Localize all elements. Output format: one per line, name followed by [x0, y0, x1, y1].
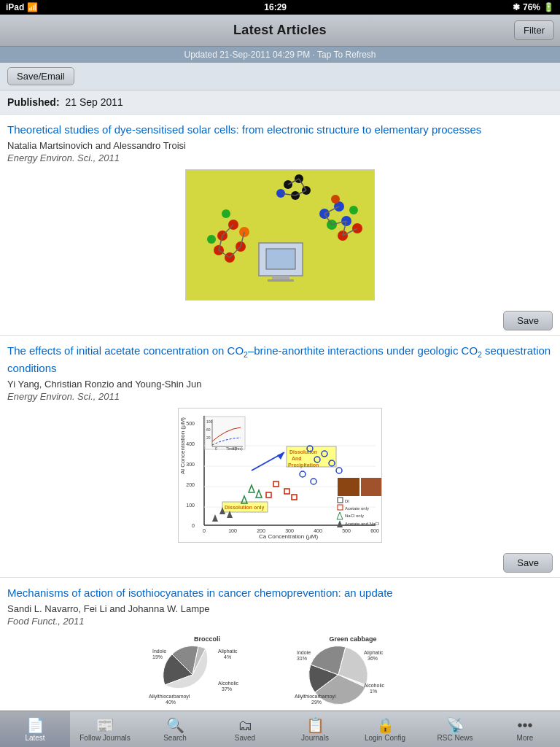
svg-text:Precipitation: Precipitation — [288, 462, 319, 468]
broccoli-chart: Broccoli Indole 19% — [145, 632, 269, 713]
svg-text:0: 0 — [203, 528, 206, 533]
svg-text:Aliphatic: Aliphatic — [218, 649, 238, 654]
article-1-save-button[interactable]: Save — [503, 311, 553, 330]
svg-text:Al Concentration (μM): Al Concentration (μM) — [179, 417, 186, 473]
update-bar[interactable]: Updated 21-Sep-2011 04:29 PM · Tap To Re… — [0, 47, 560, 63]
svg-text:400: 400 — [186, 441, 195, 446]
article-1-title[interactable]: Theoretical studies of dye-sensitised so… — [7, 122, 553, 137]
svg-text:400: 400 — [314, 528, 322, 533]
svg-text:And: And — [292, 456, 302, 461]
tab-latest-label: Latest — [25, 734, 44, 742]
published-label: Published: — [7, 96, 60, 108]
svg-point-24 — [349, 206, 358, 214]
svg-rect-88 — [361, 478, 382, 496]
article-2-title[interactable]: The effects of initial acetate concentra… — [7, 343, 553, 376]
svg-text:31%: 31% — [297, 656, 307, 661]
journals-icon: 📋 — [306, 718, 324, 732]
svg-text:Indole: Indole — [297, 650, 311, 655]
svg-rect-79 — [292, 495, 297, 500]
article-2-image: Al Concentration (μM) Ca Concentration (… — [178, 408, 382, 543]
svg-rect-87 — [338, 478, 359, 496]
tab-login-config-label: Login Config — [365, 734, 405, 742]
tab-saved-label: Saved — [235, 734, 255, 742]
tab-search[interactable]: 🔍 Search — [140, 711, 210, 747]
svg-text:200: 200 — [257, 528, 265, 533]
svg-text:500: 500 — [186, 421, 195, 426]
svg-rect-2 — [266, 249, 295, 269]
svg-rect-78 — [266, 492, 271, 498]
svg-text:Allylthiocarbamoyl: Allylthiocarbamoyl — [295, 694, 336, 700]
svg-text:0: 0 — [215, 446, 217, 451]
article-3-authors: Sandi L. Navarro, Fei Li and Johanna W. … — [7, 603, 553, 614]
svg-text:500: 500 — [342, 528, 351, 533]
bluetooth-icon: ✱ — [513, 2, 520, 12]
save-email-button[interactable]: Save/Email — [7, 67, 74, 85]
follow-journals-icon: 📰 — [96, 718, 114, 732]
tab-rsc-news[interactable]: 📡 RSC News — [420, 711, 490, 747]
svg-text:DI: DI — [345, 499, 349, 503]
svg-text:Broccoli: Broccoli — [194, 635, 220, 643]
svg-point-12 — [222, 209, 230, 218]
tab-more[interactable]: ••• More — [490, 711, 560, 747]
svg-rect-76 — [273, 481, 279, 487]
article-2-journal: Energy Environ. Sci., 2011 — [7, 391, 553, 402]
svg-text:37%: 37% — [222, 686, 232, 692]
article-3-charts: Broccoli Indole 19% — [7, 632, 553, 713]
status-bar: iPad 📶 16:29 ✱ 76% 🔋 — [0, 0, 560, 15]
article-1-image-container — [7, 169, 553, 301]
svg-text:300: 300 — [285, 528, 294, 533]
tab-journals[interactable]: 📋 Journals — [280, 711, 350, 747]
svg-text:19%: 19% — [152, 654, 163, 659]
wifi-icon: 📶 — [27, 2, 38, 12]
article-3: Mechanisms of action of isothiocyanates … — [0, 578, 560, 719]
svg-marker-95 — [337, 520, 343, 527]
svg-marker-81 — [256, 490, 262, 498]
article-1-save-row: Save — [7, 306, 553, 335]
page-title: Latest Articles — [233, 23, 327, 38]
svg-text:20: 20 — [206, 436, 211, 440]
article-2-save-button[interactable]: Save — [503, 553, 553, 573]
header: Latest Articles Filter — [0, 15, 560, 47]
tab-rsc-news-label: RSC News — [438, 734, 473, 742]
svg-text:40%: 40% — [166, 700, 176, 705]
tab-latest[interactable]: 📄 Latest — [0, 711, 70, 747]
svg-marker-62 — [277, 452, 284, 460]
tab-more-label: More — [517, 734, 534, 742]
search-icon: 🔍 — [166, 718, 184, 732]
article-2: The effects of initial acetate concentra… — [0, 336, 560, 578]
svg-marker-93 — [337, 512, 343, 519]
svg-rect-77 — [284, 489, 289, 494]
svg-text:1%: 1% — [370, 689, 377, 694]
svg-marker-86 — [212, 514, 218, 522]
svg-rect-4 — [268, 279, 294, 282]
tab-search-label: Search — [163, 734, 187, 742]
svg-text:Dissolution only: Dissolution only — [225, 505, 265, 511]
article-2-chart-container: Al Concentration (μM) Ca Concentration (… — [7, 408, 553, 543]
tab-follow-journals[interactable]: 📰 Follow Journals — [70, 711, 140, 747]
article-3-title[interactable]: Mechanisms of action of isothiocyanates … — [7, 585, 553, 600]
svg-point-74 — [300, 471, 306, 477]
battery-icon: 🔋 — [543, 2, 554, 12]
article-1-authors: Natalia Martsinovich and Alessandro Troi… — [7, 140, 553, 151]
svg-text:Acetate and NaCl: Acetate and NaCl — [345, 522, 379, 526]
published-bar: Published: 21 Sep 2011 — [0, 90, 560, 115]
article-3-journal: Food Funct., 2011 — [7, 616, 553, 627]
filter-button[interactable]: Filter — [514, 20, 554, 40]
rsc-news-icon: 📡 — [446, 718, 464, 732]
svg-text:60: 60 — [206, 427, 211, 432]
tab-saved[interactable]: 🗂 Saved — [210, 711, 280, 747]
status-right: ✱ 76% 🔋 — [513, 2, 554, 12]
status-left: iPad 📶 — [6, 2, 38, 12]
svg-point-11 — [207, 235, 216, 244]
svg-point-25 — [331, 195, 340, 204]
tab-login-config[interactable]: 🔒 Login Config — [350, 711, 420, 747]
svg-text:50: 50 — [233, 446, 237, 451]
svg-text:Alcoholic: Alcoholic — [364, 683, 385, 688]
ipad-label: iPad — [6, 2, 24, 12]
published-date: 21 Sep 2011 — [65, 96, 122, 108]
svg-text:Green cabbage: Green cabbage — [329, 635, 376, 643]
svg-text:29%: 29% — [311, 700, 322, 705]
svg-point-73 — [336, 468, 342, 473]
article-2-authors: Yi Yang, Christian Ronzio and Young-Shin… — [7, 379, 553, 390]
svg-text:100: 100 — [186, 503, 195, 508]
